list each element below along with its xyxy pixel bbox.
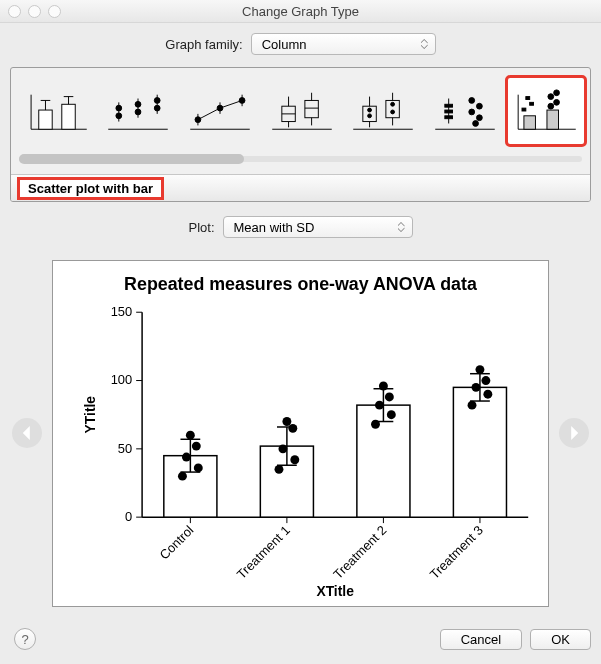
svg-text:YTitle: YTitle: [82, 395, 98, 433]
svg-rect-30: [304, 100, 317, 117]
preview-row: Repeated measures one-way ANOVA data0501…: [10, 250, 591, 616]
graph-family-select-wrap: Column: [251, 33, 436, 55]
svg-point-118: [481, 376, 490, 385]
cancel-button[interactable]: Cancel: [440, 629, 522, 650]
thumb-box-overlay[interactable]: [345, 78, 421, 144]
svg-point-86: [186, 430, 195, 439]
svg-rect-5: [62, 104, 75, 129]
plot-select-wrap: Mean with SD: [223, 216, 413, 238]
svg-text:0: 0: [125, 509, 132, 524]
svg-text:Treatment 3: Treatment 3: [427, 522, 486, 581]
svg-text:XTitle: XTitle: [316, 583, 354, 599]
dialog-footer: ? Cancel OK: [10, 622, 591, 650]
window-title: Change Graph Type: [0, 4, 601, 19]
svg-point-44: [391, 110, 395, 114]
svg-text:50: 50: [118, 440, 132, 455]
svg-text:100: 100: [111, 372, 132, 387]
plot-select[interactable]: Mean with SD: [223, 216, 413, 238]
thumb-aligned-scatter[interactable]: [427, 78, 503, 144]
svg-rect-60: [526, 97, 530, 100]
svg-point-62: [548, 94, 554, 100]
svg-rect-57: [524, 116, 536, 129]
help-button[interactable]: ?: [14, 628, 36, 650]
svg-text:Repeated measures one-way ANOV: Repeated measures one-way ANOVA data: [124, 274, 478, 294]
svg-point-96: [288, 423, 297, 432]
svg-point-94: [290, 455, 299, 464]
graph-family-select[interactable]: Column: [251, 33, 436, 55]
titlebar: Change Graph Type: [0, 0, 601, 23]
dialog-window: Change Graph Type Graph family: Column: [0, 0, 601, 664]
thumb-scrollbar-handle[interactable]: [19, 154, 244, 164]
svg-point-84: [182, 452, 191, 461]
graph-type-name: Scatter plot with bar: [17, 177, 164, 200]
ok-button[interactable]: OK: [530, 629, 591, 650]
svg-point-116: [483, 389, 492, 398]
svg-rect-2: [39, 110, 52, 129]
svg-rect-58: [522, 108, 526, 111]
dialog-content: Graph family: Column Scatter plot with b…: [0, 23, 601, 664]
svg-point-63: [554, 99, 560, 105]
thumb-scrollbar[interactable]: [19, 150, 582, 168]
svg-point-97: [282, 417, 291, 426]
svg-point-117: [472, 382, 481, 391]
svg-rect-61: [547, 110, 559, 129]
thumb-scatter-bar[interactable]: [508, 78, 584, 144]
svg-point-83: [194, 463, 203, 472]
svg-point-54: [472, 121, 478, 127]
thumb-row: [11, 68, 590, 150]
svg-point-85: [192, 441, 201, 450]
svg-point-108: [379, 381, 388, 390]
thumb-line-scatter[interactable]: [182, 78, 258, 144]
svg-text:Treatment 2: Treatment 2: [330, 522, 389, 581]
svg-point-64: [548, 103, 554, 109]
graph-type-stage: Scatter plot with bar: [10, 67, 591, 202]
graph-family-label: Graph family:: [165, 37, 242, 52]
plot-label: Plot:: [188, 220, 214, 235]
prev-button[interactable]: [12, 418, 42, 448]
svg-point-52: [469, 109, 475, 115]
svg-point-43: [391, 102, 395, 106]
svg-rect-111: [453, 387, 506, 517]
svg-point-50: [469, 98, 475, 104]
svg-point-93: [275, 464, 284, 473]
svg-point-104: [371, 419, 380, 428]
svg-point-82: [178, 471, 187, 480]
svg-point-105: [387, 410, 396, 419]
plot-row: Plot: Mean with SD: [10, 216, 591, 238]
graph-family-row: Graph family: Column: [10, 33, 591, 55]
thumb-scatter[interactable]: [101, 78, 177, 144]
svg-point-107: [385, 392, 394, 401]
svg-point-106: [375, 400, 384, 409]
svg-rect-59: [530, 102, 534, 105]
svg-point-53: [476, 115, 482, 121]
chart-preview: Repeated measures one-way ANOVA data0501…: [52, 260, 549, 607]
graph-type-namebar: Scatter plot with bar: [11, 174, 590, 201]
next-button[interactable]: [559, 418, 589, 448]
svg-point-115: [468, 400, 477, 409]
svg-point-65: [554, 90, 560, 96]
svg-text:Treatment 1: Treatment 1: [234, 522, 293, 581]
svg-text:Control: Control: [157, 522, 197, 562]
svg-point-38: [368, 108, 372, 112]
svg-point-119: [475, 365, 484, 374]
svg-text:150: 150: [111, 304, 132, 319]
thumb-bar[interactable]: [19, 78, 95, 144]
svg-point-51: [476, 103, 482, 109]
svg-point-95: [278, 444, 287, 453]
svg-point-39: [368, 114, 372, 118]
thumb-box[interactable]: [264, 78, 340, 144]
